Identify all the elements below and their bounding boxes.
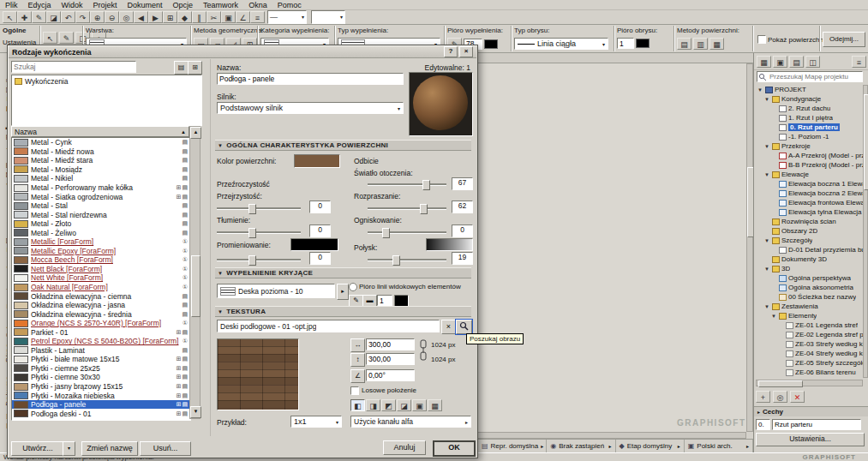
delete-item-icon[interactable]: ✕ xyxy=(790,391,805,403)
zoom-in-icon[interactable]: ⊕ xyxy=(90,11,105,23)
material-row[interactable]: Płytki - białe matowe 15x15⊞▤ xyxy=(12,355,190,364)
tree-item[interactable]: Elewacja boczna 1 Elewacja boczn... xyxy=(756,179,863,189)
material-row[interactable]: Płytki - jasny brązowy 15x15⊞▤ xyxy=(12,382,190,392)
tree-item[interactable]: Elewacja tylna Elewacja tylna (Mo... xyxy=(756,207,863,217)
magnet-icon[interactable]: ◆ xyxy=(177,11,192,23)
menu-item-plik[interactable]: Plik xyxy=(0,1,23,9)
material-row[interactable]: Metal - Miedź stara▤ xyxy=(12,156,190,165)
menu-item-edycja[interactable]: Edycja xyxy=(23,1,57,9)
ambient-slider[interactable] xyxy=(368,180,446,189)
menu-item-projekt[interactable]: Projekt xyxy=(88,1,123,9)
surface-list-icon[interactable]: ▤ xyxy=(677,38,691,50)
material-row[interactable]: Podłoga deski - 01⊞▤ xyxy=(12,409,190,418)
cut-icon[interactable]: ✂ xyxy=(207,11,221,23)
navigator-menu-icon[interactable]: ≡ xyxy=(852,56,866,68)
material-row[interactable]: Metal - Żeliwo▤ xyxy=(12,228,190,237)
material-row[interactable]: Okładzina elewacyjna - średnia▤ xyxy=(12,309,190,319)
tree-item[interactable]: D-01 Detal przyziemia budynku (R... xyxy=(756,245,863,254)
section-fill[interactable]: ▼ WYPEŁNIENIE KRYJĄCE xyxy=(215,267,471,278)
tree-item[interactable]: ▼Elewacje xyxy=(756,170,863,179)
tree-item[interactable]: ▼Elementy xyxy=(756,311,863,320)
pen-weight-combo[interactable]: ▾ xyxy=(311,10,345,24)
material-name-input[interactable] xyxy=(217,73,404,85)
layout-book-icon[interactable]: ▤ xyxy=(789,56,804,68)
attenuation-value[interactable]: 0 xyxy=(309,225,331,237)
tree-item[interactable]: ZE-03 Strefy według kategorii xyxy=(756,339,863,349)
tree-item[interactable]: ZE-06 Bilans terenu xyxy=(756,368,863,377)
rename-button[interactable]: Zmień nazwę xyxy=(81,441,138,456)
outline-pen-input[interactable] xyxy=(617,38,634,49)
pen-settings-icon[interactable]: ✎ xyxy=(59,32,74,44)
material-row[interactable]: Nett Black [ForaForm]① xyxy=(12,265,190,274)
dialog-title-bar[interactable]: Rodzaje wykończenia ? × xyxy=(9,46,476,58)
tree-expand-icon[interactable]: ▼ xyxy=(763,304,770,309)
tree-item[interactable]: ▼3D xyxy=(756,264,863,273)
section-texture[interactable]: ▼ TEKSTURA xyxy=(215,306,471,317)
settings-button[interactable]: Ustawienia... xyxy=(756,433,865,446)
tree-expand-icon[interactable]: ▼ xyxy=(770,314,777,319)
copy-icon[interactable]: ▣ xyxy=(221,11,236,23)
material-row[interactable]: Oak Natural [ForaForm]① xyxy=(12,283,190,292)
close-button[interactable]: × xyxy=(459,46,473,57)
materials-scrollbar[interactable]: ▲ ▼ xyxy=(189,126,201,419)
sample-combo[interactable]: 1x1 ▾ xyxy=(290,416,342,428)
texture-width-input[interactable] xyxy=(366,338,415,350)
previous-view-icon[interactable]: ◀ xyxy=(134,11,148,23)
dimension-standard[interactable]: ▣Polski arch.▸ xyxy=(685,440,753,452)
undo-icon[interactable]: ↶ xyxy=(61,11,75,23)
material-row[interactable]: Podłoga - panele⊞▤ xyxy=(12,400,190,410)
vector-fill-combo[interactable]: Deska pozioma - 10 xyxy=(217,284,335,298)
alpha-channel-combo[interactable]: Użycie kanału alfa ▸ xyxy=(350,416,471,428)
diffuse-value[interactable]: 62 xyxy=(452,201,473,213)
story-number-field[interactable] xyxy=(756,419,770,430)
fill-pen-number-input[interactable] xyxy=(377,295,392,306)
material-row[interactable]: Metal - Złoto▤ xyxy=(12,219,190,229)
menu-item-teamwork[interactable]: Teamwork xyxy=(198,1,243,9)
material-row[interactable]: Płytki - ciemne 25x25⊞▤ xyxy=(12,364,190,374)
view-map-icon[interactable]: ▣ xyxy=(773,56,787,68)
tree-item[interactable]: Ogólna perspektywa xyxy=(756,273,863,283)
help-button[interactable]: ? xyxy=(444,46,458,57)
shininess-value[interactable]: 19 xyxy=(452,252,473,265)
folder-row[interactable]: Wykończenia xyxy=(12,75,201,87)
tree-expand-icon[interactable]: ▼ xyxy=(763,238,770,243)
fit-view-icon[interactable]: ◎ xyxy=(119,11,134,23)
tree-item[interactable]: ZE-01 Legenda stref xyxy=(756,320,863,330)
project-map-icon[interactable]: ▦ xyxy=(757,56,771,68)
material-row[interactable]: Metallic [ForaForm]① xyxy=(12,237,190,247)
default-settings-icon[interactable]: ↖ xyxy=(43,32,57,44)
tree-expand-icon[interactable]: ▼ xyxy=(763,144,770,149)
material-row[interactable]: Metallic Epoxy [ForaForm]① xyxy=(12,247,190,256)
ambient-value[interactable]: 67 xyxy=(452,177,473,190)
line-type-combo[interactable]: — ▾ xyxy=(267,10,307,24)
texture-height-input[interactable] xyxy=(366,353,415,365)
tree-item[interactable]: Ogólna aksonometria xyxy=(756,283,863,292)
menu-item-opcje[interactable]: Opcje xyxy=(168,1,199,9)
material-row[interactable]: Plastik - Laminat▤ xyxy=(12,346,190,356)
list-view-icon[interactable]: ▤ xyxy=(174,61,189,75)
link-proportions-icon[interactable] xyxy=(418,339,428,367)
material-row[interactable]: Metal - Miedź nowa▤ xyxy=(12,147,190,157)
show-surfaces-checkbox[interactable] xyxy=(757,35,766,44)
material-row[interactable]: Mocca Beech [ForaForm]① xyxy=(12,255,190,265)
material-row[interactable]: Płytki - Mozaika niebieska⊞▤ xyxy=(12,391,190,400)
tree-item[interactable]: Elewacja frontowa Elewacja fronto... xyxy=(756,198,863,207)
search-input[interactable] xyxy=(11,61,136,73)
tree-item[interactable]: ▼Szczegóły xyxy=(756,236,863,245)
material-row[interactable]: Metal - Siatka ogrodzeniowa⊞▤ xyxy=(12,192,190,201)
menu-item-pomoc[interactable]: Pomoc xyxy=(272,1,307,9)
scroll-up-icon[interactable]: ▲ xyxy=(190,127,201,139)
clarity-slider[interactable] xyxy=(217,204,301,213)
pen-icon[interactable]: ✎ xyxy=(32,11,46,23)
material-row[interactable]: Nett White [ForaForm]① xyxy=(12,273,190,283)
menu-item-dokument[interactable]: Dokument xyxy=(123,1,168,9)
tree-item[interactable]: B-B Przekrój (Model - przebudowa) xyxy=(756,160,863,170)
measure-icon[interactable]: ∠ xyxy=(236,11,250,23)
tree-item[interactable]: Dokumenty 3D xyxy=(756,254,863,264)
scroll-down-icon[interactable]: ▼ xyxy=(190,406,201,418)
outline-type-combo[interactable]: Linia ciągła▾ xyxy=(514,38,608,50)
tree-expand-icon[interactable]: ▼ xyxy=(763,97,770,102)
add-selection-icon[interactable]: ✚ xyxy=(17,11,32,23)
mirror-both-icon[interactable]: ◩ xyxy=(381,399,396,411)
tile-repeat-icon[interactable]: ▦ xyxy=(428,399,442,411)
